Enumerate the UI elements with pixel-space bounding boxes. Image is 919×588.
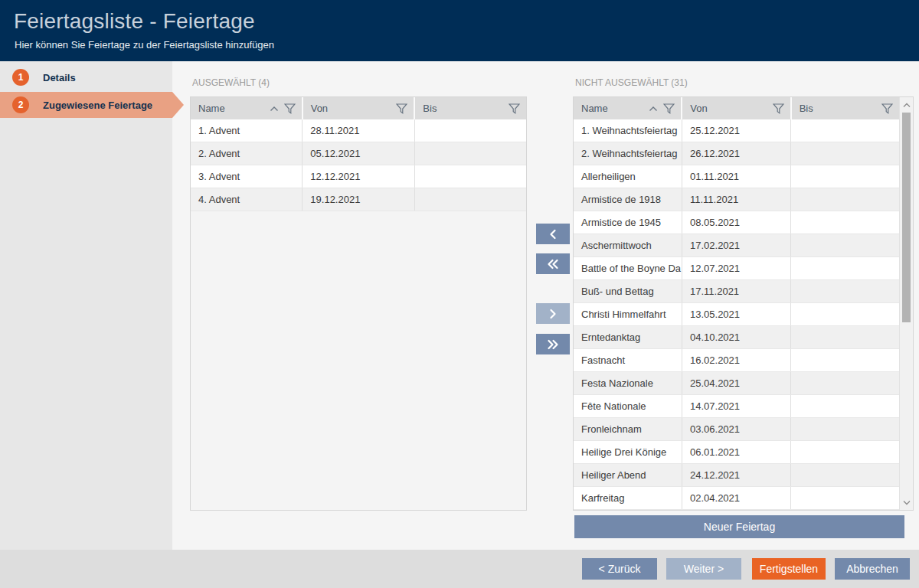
cell-name[interactable]: Aschermittwoch	[574, 234, 682, 256]
column-header-von[interactable]: Von	[303, 97, 416, 119]
scroll-down-button[interactable]	[900, 496, 913, 508]
cell-name[interactable]: 1. Weihnachtsfeiertag	[574, 119, 682, 142]
cell-von[interactable]: 04.10.2021	[682, 326, 791, 348]
back-button[interactable]: < Zurück	[582, 558, 657, 580]
cell-von[interactable]: 06.01.2021	[682, 441, 791, 463]
cell-bis[interactable]	[791, 395, 899, 417]
cell-name[interactable]: 1. Advent	[191, 119, 303, 142]
vertical-scrollbar[interactable]	[899, 97, 913, 510]
cell-bis[interactable]	[791, 234, 899, 256]
cell-von[interactable]: 17.02.2021	[682, 234, 791, 256]
cell-bis[interactable]	[791, 418, 899, 440]
cell-bis[interactable]	[791, 165, 899, 188]
cell-bis[interactable]	[791, 487, 899, 509]
column-header-von[interactable]: Von	[682, 97, 791, 119]
cell-bis[interactable]	[791, 257, 899, 279]
cell-von[interactable]: 16.02.2021	[682, 349, 791, 371]
cell-bis[interactable]	[415, 165, 526, 188]
scrollbar-thumb[interactable]	[902, 113, 911, 322]
cell-name[interactable]: Festa Nazionale	[574, 372, 682, 394]
next-button[interactable]: Weiter >	[666, 558, 741, 580]
cell-name[interactable]: Erntedanktag	[574, 326, 682, 348]
filter-funnel-icon[interactable]	[396, 103, 407, 114]
finish-button[interactable]: Fertigstellen	[752, 558, 826, 580]
table-row[interactable]: 2. Advent05.12.2021	[191, 142, 526, 165]
table-row[interactable]: Christi Himmelfahrt13.05.2021	[574, 303, 899, 326]
column-header-name[interactable]: Name	[191, 97, 303, 119]
cell-von[interactable]: 12.07.2021	[682, 257, 791, 279]
cell-bis[interactable]	[791, 441, 899, 463]
step-zugewiesene-feiertage[interactable]: 2 Zugewiesene Feiertage	[0, 92, 172, 118]
cell-von[interactable]: 12.12.2021	[303, 165, 414, 188]
cell-von[interactable]: 03.06.2021	[682, 418, 791, 440]
table-row[interactable]: Fronleichnam03.06.2021	[574, 418, 899, 441]
step-details[interactable]: 1 Details	[0, 64, 172, 90]
sort-ascending-icon[interactable]	[270, 106, 279, 112]
cell-name[interactable]: 2. Weihnachtsfeiertag	[574, 142, 682, 165]
cell-von[interactable]: 19.12.2021	[303, 188, 414, 211]
table-row[interactable]: Fête Nationale14.07.2021	[574, 395, 899, 418]
cell-name[interactable]: Heiliger Abend	[574, 464, 682, 486]
filter-funnel-icon[interactable]	[663, 103, 675, 114]
move-all-left-button[interactable]	[536, 253, 570, 274]
table-row[interactable]: Buß- und Bettag17.11.2021	[574, 280, 899, 303]
table-row[interactable]: 2. Weihnachtsfeiertag26.12.2021	[574, 142, 899, 165]
cell-von[interactable]: 01.11.2021	[682, 165, 791, 188]
cell-bis[interactable]	[791, 211, 899, 234]
column-header-bis[interactable]: Bis	[792, 97, 899, 119]
cell-von[interactable]: 05.12.2021	[303, 142, 414, 165]
cell-von[interactable]: 26.12.2021	[682, 142, 791, 165]
cell-bis[interactable]	[791, 326, 899, 348]
table-row[interactable]: Karfreitag02.04.2021	[574, 487, 899, 510]
cell-von[interactable]: 11.11.2021	[682, 188, 791, 211]
cell-bis[interactable]	[791, 464, 899, 486]
cell-name[interactable]: Armistice de 1918	[574, 188, 682, 211]
cell-name[interactable]: Buß- und Bettag	[574, 280, 682, 302]
cell-von[interactable]: 17.11.2021	[682, 280, 791, 302]
cell-von[interactable]: 13.05.2021	[682, 303, 791, 325]
filter-funnel-icon[interactable]	[284, 103, 296, 114]
table-row[interactable]: 4. Advent19.12.2021	[191, 188, 526, 211]
table-row[interactable]: Heiliger Abend24.12.2021	[574, 464, 899, 487]
filter-funnel-icon[interactable]	[509, 103, 520, 114]
cell-name[interactable]: Heilige Drei Könige	[574, 441, 682, 463]
cell-name[interactable]: Fronleichnam	[574, 418, 682, 440]
cell-bis[interactable]	[791, 280, 899, 302]
table-row[interactable]: Fastnacht16.02.2021	[574, 349, 899, 372]
table-row[interactable]: 1. Advent28.11.2021	[191, 119, 526, 142]
cancel-button[interactable]: Abbrechen	[835, 558, 910, 580]
move-all-right-button[interactable]	[536, 334, 570, 354]
column-header-bis[interactable]: Bis	[415, 97, 526, 119]
cell-name[interactable]: Fastnacht	[574, 349, 682, 371]
table-row[interactable]: Battle of the Boyne Da12.07.2021	[574, 257, 899, 280]
cell-name[interactable]: 2. Advent	[191, 142, 303, 165]
sort-ascending-icon[interactable]	[649, 106, 658, 112]
table-row[interactable]: Festa Nazionale25.04.2021	[574, 372, 899, 395]
cell-bis[interactable]	[791, 188, 899, 211]
cell-bis[interactable]	[791, 303, 899, 325]
cell-name[interactable]: Karfreitag	[574, 487, 682, 509]
table-row[interactable]: Armistice de 191811.11.2021	[574, 188, 899, 211]
move-selected-left-button[interactable]	[536, 224, 570, 244]
cell-von[interactable]: 24.12.2021	[682, 464, 791, 486]
cell-name[interactable]: Christi Himmelfahrt	[574, 303, 682, 325]
cell-von[interactable]: 14.07.2021	[682, 395, 791, 417]
cell-name[interactable]: Allerheiligen	[574, 165, 682, 188]
scroll-up-button[interactable]	[900, 99, 913, 111]
cell-bis[interactable]	[415, 142, 526, 165]
cell-name[interactable]: Armistice de 1945	[574, 211, 682, 234]
column-header-name[interactable]: Name	[574, 97, 682, 119]
filter-funnel-icon[interactable]	[881, 103, 893, 114]
cell-von[interactable]: 08.05.2021	[682, 211, 791, 234]
table-row[interactable]: Aschermittwoch17.02.2021	[574, 234, 899, 257]
filter-funnel-icon[interactable]	[773, 103, 784, 114]
cell-bis[interactable]	[791, 349, 899, 371]
cell-name[interactable]: Fête Nationale	[574, 395, 682, 417]
table-row[interactable]: Allerheiligen01.11.2021	[574, 165, 899, 188]
table-row[interactable]: 1. Weihnachtsfeiertag25.12.2021	[574, 119, 899, 142]
cell-bis[interactable]	[415, 119, 526, 142]
cell-bis[interactable]	[791, 372, 899, 394]
cell-bis[interactable]	[791, 142, 899, 165]
table-row[interactable]: 3. Advent12.12.2021	[191, 165, 526, 188]
table-row[interactable]: Heilige Drei Könige06.01.2021	[574, 441, 899, 464]
